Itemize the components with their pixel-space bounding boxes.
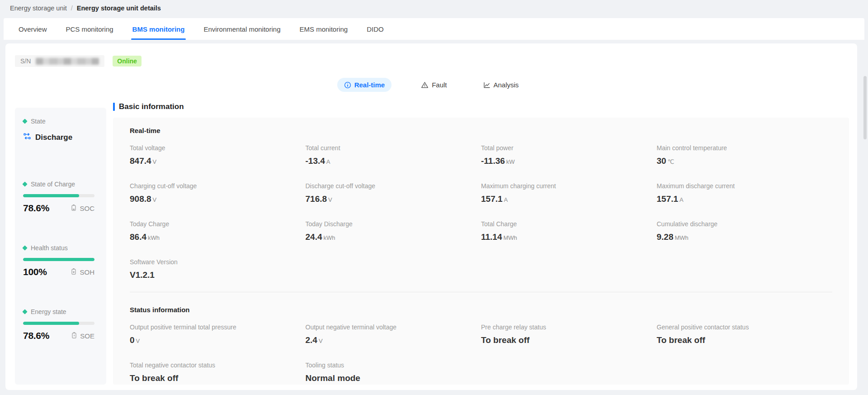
field-discharge-cutoff-voltage: Discharge cut-off voltage 716.8V <box>306 182 481 204</box>
soh-percent-value: 100% <box>23 267 47 277</box>
view-tab-fault[interactable]: Fault <box>414 78 453 92</box>
field-value: 30 <box>657 156 666 166</box>
field-value: To break off <box>130 373 178 383</box>
field-label: Tooling status <box>306 362 481 369</box>
vertical-scrollbar[interactable] <box>863 76 867 139</box>
field-value: 24.4 <box>306 232 322 242</box>
soh-progress-bar <box>23 258 94 261</box>
field-unit: V <box>153 196 157 203</box>
field-software-version: Software Version V1.2.1 <box>130 258 306 280</box>
field-value: To break off <box>481 335 529 345</box>
soe-progress-fill <box>23 322 79 325</box>
field-total-negative-contactor-status: Total negative contactor status To break… <box>130 362 306 383</box>
field-general-positive-contactor-status: General positive contactor status To bre… <box>657 324 833 345</box>
field-total-voltage: Total voltage 847.4V <box>130 144 306 166</box>
tab-pcs-monitoring[interactable]: PCS monitoring <box>57 18 123 40</box>
serial-number-redacted <box>36 58 99 65</box>
field-value: 847.4 <box>130 156 151 166</box>
section-divider <box>130 292 832 292</box>
field-value: -13.4 <box>306 156 325 166</box>
field-unit: V <box>136 338 140 344</box>
field-output-negative-terminal-voltage: Output negative terminal voltage 2.4V <box>306 324 481 345</box>
state-value: Discharge <box>35 133 72 142</box>
serial-number-box: S/N <box>15 55 104 67</box>
field-main-control-temperature: Main control temperature 30℃ <box>657 144 833 166</box>
basic-information-panel: Real-time Total voltage 847.4V Total cur… <box>113 118 849 385</box>
diamond-bullet-icon <box>22 119 27 124</box>
field-value: 0 <box>130 335 135 345</box>
field-maximum-discharge-current: Maximum discharge current 157.1A <box>657 182 833 204</box>
view-tab-realtime[interactable]: Real-time <box>337 78 392 92</box>
soe-percent-value: 78.6% <box>23 330 49 341</box>
battery-energy-icon <box>71 332 77 340</box>
field-label: Output negative terminal voltage <box>306 324 481 331</box>
battery-health-icon <box>71 268 77 276</box>
field-value: 157.1 <box>481 194 503 204</box>
soh-gauge-label: Health status <box>31 244 68 252</box>
field-unit: kWh <box>323 234 335 241</box>
field-label: Output positive terminal total pressure <box>130 324 306 331</box>
diamond-bullet-icon <box>22 181 27 186</box>
field-unit: ℃ <box>668 158 675 165</box>
field-label: Charging cut-off voltage <box>130 182 306 190</box>
info-circle-icon <box>344 81 351 89</box>
field-cumulative-discharge: Cumulative discharge 9.28MWh <box>657 220 833 242</box>
field-unit: A <box>679 196 684 203</box>
field-label: Pre charge relay status <box>481 324 657 331</box>
field-value: 11.14 <box>481 232 502 242</box>
soc-abbr: SOC <box>80 205 94 212</box>
state-block: State Discharge <box>23 118 98 143</box>
field-total-charge: Total Charge 11.14MWh <box>481 220 657 242</box>
breadcrumb: Energy storage unit / Energy storage uni… <box>10 5 161 12</box>
field-value: 908.8 <box>130 194 151 204</box>
field-unit: kW <box>506 158 515 165</box>
field-maximum-charging-current: Maximum charging current 157.1A <box>481 182 657 204</box>
realtime-fields-grid: Total voltage 847.4V Total current -13.4… <box>130 144 832 280</box>
serial-number-label: S/N <box>20 57 31 65</box>
field-value: Normal mode <box>306 373 360 383</box>
title-accent-bar <box>113 103 115 111</box>
breadcrumb-parent[interactable]: Energy storage unit <box>10 5 67 12</box>
field-value: 157.1 <box>657 194 679 204</box>
field-value: 716.8 <box>306 194 327 204</box>
field-label: General positive contactor status <box>657 324 833 331</box>
field-value: V1.2.1 <box>130 270 155 280</box>
breadcrumb-current: Energy storage unit details <box>77 5 161 12</box>
field-total-current: Total current -13.4A <box>306 144 481 166</box>
field-label: Total power <box>481 144 657 152</box>
status-section-heading: Status information <box>130 306 832 314</box>
view-tab-analysis[interactable]: Analysis <box>476 78 526 92</box>
view-tabs: Real-time Fault Analysis <box>5 78 857 92</box>
soc-gauge-label: State of Charge <box>31 181 75 188</box>
field-label: Total current <box>306 144 481 152</box>
view-tab-label: Analysis <box>494 81 519 89</box>
soc-gauge: State of Charge 78.6% SOC <box>23 181 98 214</box>
soe-abbr: SOE <box>80 332 94 340</box>
field-today-charge: Today Charge 86.4kWh <box>130 220 306 242</box>
field-unit: V <box>319 338 323 344</box>
view-tab-label: Fault <box>432 81 447 89</box>
tab-bms-monitoring[interactable]: BMS monitoring <box>123 18 194 40</box>
soe-gauge-label: Energy state <box>31 308 66 315</box>
realtime-section-heading: Real-time <box>130 127 832 134</box>
field-label: Today Charge <box>130 220 306 228</box>
field-charging-cutoff-voltage: Charging cut-off voltage 908.8V <box>130 182 306 204</box>
field-label: Today Discharge <box>306 220 481 228</box>
tab-ems-monitoring[interactable]: EMS monitoring <box>290 18 357 40</box>
tab-overview[interactable]: Overview <box>9 18 57 40</box>
status-fields-grid: Output positive terminal total pressure … <box>130 324 832 383</box>
status-badge: Online <box>113 56 142 67</box>
warning-triangle-icon <box>421 81 429 89</box>
field-label: Total Charge <box>481 220 657 228</box>
battery-icon <box>71 204 77 213</box>
field-label: Total negative contactor status <box>130 362 306 369</box>
field-label: Discharge cut-off voltage <box>306 182 481 190</box>
soc-progress-bar <box>23 194 94 197</box>
content-card: S/N Online Real-time Fault <box>5 43 857 390</box>
tab-environmental-monitoring[interactable]: Environmental monitoring <box>194 18 290 40</box>
field-pre-charge-relay-status: Pre charge relay status To break off <box>481 324 657 345</box>
field-value: 86.4 <box>130 232 146 242</box>
field-today-discharge: Today Discharge 24.4kWh <box>306 220 481 242</box>
tab-dido[interactable]: DIDO <box>357 18 393 40</box>
field-label: Cumulative discharge <box>657 220 833 228</box>
